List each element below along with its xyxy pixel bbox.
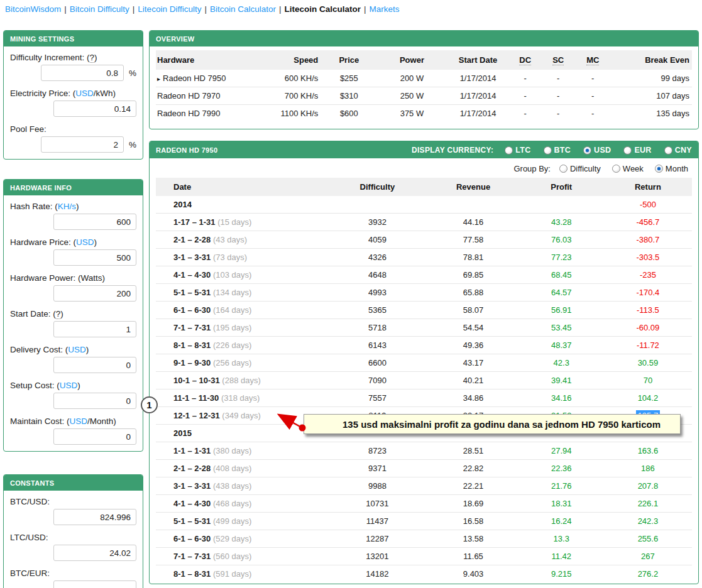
cell-profit: 56.91 bbox=[519, 302, 604, 319]
cell-difficulty: 9988 bbox=[327, 477, 427, 495]
nav-bitcoin-calculator[interactable]: Bitcoin Calculator bbox=[210, 4, 276, 14]
cell-difficulty: 5365 bbox=[327, 302, 427, 319]
cell-break-even: 107 days bbox=[610, 87, 692, 105]
cell-difficulty: 4326 bbox=[327, 249, 427, 266]
cell-start-date: 1/17/2014 bbox=[447, 105, 510, 122]
cell-date: 1-17 – 1-31 (15 days) bbox=[156, 214, 327, 231]
btc-usd-input[interactable] bbox=[53, 509, 136, 525]
delivery-cost-link[interactable]: USD bbox=[68, 345, 86, 354]
currency-radio-eur[interactable]: EUR bbox=[623, 146, 651, 155]
hardware-power-input[interactable] bbox=[53, 285, 136, 302]
ltc-usd-input[interactable] bbox=[53, 545, 136, 561]
cell-profit: 53.45 bbox=[519, 319, 604, 337]
overview-col-speed: Speed bbox=[270, 50, 321, 70]
panel-overview: OVERVIEW HardwareSpeedPricePowerStart Da… bbox=[149, 30, 699, 129]
radio-button-icon bbox=[655, 165, 663, 173]
maintain-cost-input[interactable] bbox=[53, 428, 136, 445]
currency-radio-label: BTC bbox=[554, 146, 571, 155]
pool-fee-input[interactable] bbox=[41, 136, 124, 153]
currency-radio-label: USD bbox=[594, 146, 611, 155]
hardware-power-label: Hardware Power: (Watts) bbox=[4, 268, 143, 285]
results-col-difficulty: Difficulty bbox=[327, 178, 427, 196]
group-by-radio-month[interactable]: Month bbox=[655, 164, 688, 173]
cell-sc: - bbox=[541, 87, 576, 105]
nav-markets[interactable]: Markets bbox=[370, 4, 400, 14]
overview-col-power: Power bbox=[377, 50, 446, 70]
hash-rate-input[interactable] bbox=[53, 214, 136, 230]
difficulty-increment-link[interactable]: ? bbox=[90, 53, 95, 63]
display-currency-label: DISPLAY CURRENCY: bbox=[412, 146, 493, 155]
cell-date: 10-1 – 10-31 (288 days) bbox=[156, 372, 327, 389]
currency-radio-ltc[interactable]: LTC bbox=[505, 146, 530, 155]
hash-rate-link[interactable]: KH/s bbox=[58, 202, 76, 211]
cell-difficulty: 9371 bbox=[327, 460, 427, 477]
maintain-cost-link[interactable]: USD bbox=[70, 416, 88, 426]
nav-bitcoin-difficulty[interactable]: Bitcoin Difficulty bbox=[70, 4, 129, 14]
nav-bitcoinwisdom[interactable]: BitcoinWisdom bbox=[5, 4, 61, 14]
currency-radio-usd[interactable]: USD bbox=[583, 146, 611, 155]
cell-revenue: 28.51 bbox=[428, 442, 519, 460]
cell-return: 186 bbox=[604, 460, 692, 477]
electricity-price-link[interactable]: USD bbox=[75, 89, 94, 98]
selected-row-marker-icon: ▸ bbox=[157, 75, 160, 82]
cell-break-even: 135 days bbox=[610, 105, 692, 122]
cell-power: 250 W bbox=[377, 87, 446, 105]
cell-date: 2015 bbox=[156, 425, 327, 442]
cell-return: -60.09 bbox=[604, 319, 692, 337]
results-row-1-1-1-31: 1-1 – 1-31 (380 days)872328.5127.94163.6 bbox=[156, 442, 692, 460]
hardware-row-radeon-hd-7990[interactable]: Radeon HD 79901100 KH/s$600375 W1/17/201… bbox=[156, 105, 692, 122]
cell-return: -500 bbox=[604, 196, 692, 214]
panel-detail-header: RADEON HD 7950 DISPLAY CURRENCY: LTCBTCU… bbox=[150, 141, 698, 158]
hardware-row-radeon-hd-7950[interactable]: ▸Radeon HD 7950600 KH/s$255200 W1/17/201… bbox=[156, 70, 692, 87]
cell-price: $255 bbox=[321, 70, 377, 87]
hash-rate-label: Hash Rate: (KH/s) bbox=[4, 197, 143, 214]
results-row-7-1-7-31: 7-1 – 7-31 (195 days)571854.5453.45-60.0… bbox=[156, 319, 692, 337]
cell-return: 207.8 bbox=[604, 477, 692, 495]
delivery-cost-input[interactable] bbox=[53, 357, 136, 373]
group-by-radio-week[interactable]: Week bbox=[612, 164, 644, 173]
nav-separator: | bbox=[279, 4, 282, 14]
currency-radio-btc[interactable]: BTC bbox=[544, 146, 571, 155]
btc-eur-input[interactable] bbox=[53, 580, 136, 588]
cell-difficulty: 8723 bbox=[327, 442, 427, 460]
overview-col-dc: DC bbox=[510, 50, 541, 70]
cell-profit: 77.23 bbox=[519, 249, 604, 266]
setup-cost-input[interactable] bbox=[53, 393, 136, 409]
cell-difficulty: 14182 bbox=[327, 565, 427, 583]
hardware-name: ▸Radeon HD 7950 bbox=[156, 70, 270, 87]
radio-button-icon bbox=[664, 146, 672, 155]
display-currency-group: DISPLAY CURRENCY: LTCBTCUSDEURCNY bbox=[412, 146, 692, 155]
overview-col-break-even: Break Even bbox=[610, 50, 692, 70]
start-date-input[interactable] bbox=[53, 321, 136, 337]
cell-price: $310 bbox=[321, 87, 377, 105]
cell-profit: 64.57 bbox=[519, 284, 604, 302]
electricity-price-input[interactable] bbox=[53, 101, 136, 117]
pool-fee-label: Pool Fee: bbox=[4, 119, 143, 136]
cell-profit: 68.45 bbox=[519, 266, 604, 284]
hardware-row-radeon-hd-7970[interactable]: Radeon HD 7970700 KH/s$310250 W1/17/2014… bbox=[156, 87, 692, 105]
cell-revenue: 13.58 bbox=[428, 530, 519, 548]
results-row-8-1-8-31: 8-1 – 8-31 (591 days)141829.4039.215276.… bbox=[156, 565, 692, 583]
hardware-price-link[interactable]: USD bbox=[76, 237, 94, 247]
electricity-price-label: Electricity Price: (USD/kWh) bbox=[4, 84, 143, 101]
cell-return: 242.3 bbox=[604, 513, 692, 530]
setup-cost-link[interactable]: USD bbox=[60, 381, 78, 390]
hardware-price-input[interactable] bbox=[53, 249, 136, 266]
cell-dc: - bbox=[510, 105, 541, 122]
cell-revenue: 40.21 bbox=[428, 372, 519, 389]
cell-date: 1-1 – 1-31 (380 days) bbox=[156, 442, 327, 460]
cell-date: 11-1 – 11-30 (318 days) bbox=[156, 389, 327, 407]
cell-start-date: 1/17/2014 bbox=[447, 70, 510, 87]
cell-profit: 21.76 bbox=[519, 477, 604, 495]
nav-litecoin-calculator[interactable]: Litecoin Calculator bbox=[284, 4, 361, 14]
nav-litecoin-difficulty[interactable]: Litecoin Difficulty bbox=[138, 4, 201, 14]
cell-date: 3-1 – 3-31 (438 days) bbox=[156, 477, 327, 495]
cell-return: 276.2 bbox=[604, 565, 692, 583]
difficulty-increment-input[interactable] bbox=[41, 65, 124, 81]
currency-radio-cny[interactable]: CNY bbox=[664, 146, 692, 155]
group-by-radio-difficulty[interactable]: Difficulty bbox=[559, 164, 601, 173]
cell-difficulty: 4648 bbox=[327, 266, 427, 284]
cell-profit: 9.215 bbox=[519, 565, 604, 583]
group-by-row: Group By: DifficultyWeekMonth bbox=[150, 158, 698, 178]
cell-difficulty: 11437 bbox=[327, 513, 427, 530]
